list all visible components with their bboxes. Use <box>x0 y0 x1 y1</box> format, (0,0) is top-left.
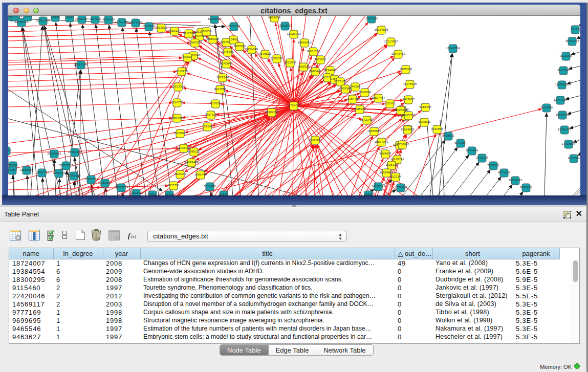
svg-text:7357224: 7357224 <box>228 24 240 28</box>
svg-text:20206536: 20206536 <box>47 151 61 155</box>
svg-text:13692971: 13692971 <box>557 127 572 131</box>
svg-text:2718176: 2718176 <box>176 69 188 73</box>
svg-text:12325419: 12325419 <box>287 32 301 35</box>
svg-text:10025438: 10025438 <box>394 108 408 112</box>
svg-text:1527602: 1527602 <box>89 17 101 20</box>
svg-text:12213967: 12213967 <box>384 39 398 43</box>
svg-text:16046738: 16046738 <box>177 146 191 149</box>
svg-text:9242848: 9242848 <box>220 61 232 65</box>
svg-text:9857791: 9857791 <box>167 183 180 187</box>
svg-text:153594: 153594 <box>202 124 213 128</box>
svg-text:10654122: 10654122 <box>508 178 522 182</box>
svg-text:9777169: 9777169 <box>334 79 346 83</box>
svg-text:17359924: 17359924 <box>68 150 82 154</box>
svg-text:16648784: 16648784 <box>446 46 460 50</box>
svg-text:8454749: 8454749 <box>246 47 258 51</box>
svg-text:30975857: 30975857 <box>59 163 73 167</box>
svg-text:9699695: 9699695 <box>418 120 430 123</box>
svg-text:2935114: 2935114 <box>476 156 488 159</box>
svg-text:19218506: 19218506 <box>278 24 292 27</box>
svg-text:11156829: 11156829 <box>20 168 34 171</box>
svg-text:7632621: 7632621 <box>487 163 499 167</box>
svg-text:3267130: 3267130 <box>205 113 217 116</box>
svg-text:15720407: 15720407 <box>360 118 374 121</box>
svg-text:13975115: 13975115 <box>403 82 417 85</box>
svg-text:25302035: 25302035 <box>265 110 279 114</box>
svg-text:16936: 16936 <box>51 16 60 18</box>
svg-text:14099489: 14099489 <box>184 160 199 164</box>
svg-text:20143: 20143 <box>24 16 33 18</box>
svg-text:1733426: 1733426 <box>395 185 407 189</box>
svg-text:15466: 15466 <box>229 37 238 41</box>
svg-text:16210643: 16210643 <box>555 113 570 116</box>
svg-text:10958107: 10958107 <box>98 181 112 184</box>
svg-text:6794028: 6794028 <box>324 68 336 72</box>
svg-text:16671355: 16671355 <box>128 20 143 24</box>
svg-text:1640955: 1640955 <box>431 127 443 130</box>
svg-text:15930: 15930 <box>8 148 11 152</box>
svg-text:2087682: 2087682 <box>365 16 378 20</box>
svg-text:19654983: 19654983 <box>170 116 184 119</box>
svg-text:17018504: 17018504 <box>561 142 576 145</box>
svg-text:14136141: 14136141 <box>371 184 385 188</box>
svg-text:7485063: 7485063 <box>400 67 412 71</box>
svg-text:10719185: 10719185 <box>115 20 129 24</box>
svg-text:10947: 10947 <box>66 16 75 19</box>
svg-text:5322037: 5322037 <box>284 60 296 64</box>
svg-text:6497568: 6497568 <box>339 86 352 90</box>
svg-text:12093822: 12093822 <box>555 82 569 86</box>
svg-text:39154: 39154 <box>8 168 17 171</box>
svg-text:19384554: 19384554 <box>308 138 322 141</box>
svg-text:3624554: 3624554 <box>359 90 371 94</box>
svg-text:18640910: 18640910 <box>297 40 312 44</box>
svg-text:12503135: 12503135 <box>67 173 81 177</box>
svg-text:20053346: 20053346 <box>74 62 88 66</box>
svg-text:8215958: 8215958 <box>540 105 553 109</box>
svg-text:5675685: 5675685 <box>222 50 234 53</box>
svg-text:17957253: 17957253 <box>84 177 98 181</box>
svg-text:2367608: 2367608 <box>233 44 246 48</box>
svg-text:12444154: 12444154 <box>553 98 568 101</box>
svg-text:12213369: 12213369 <box>171 84 185 88</box>
svg-text:8698222: 8698222 <box>188 149 200 153</box>
svg-text:8990448: 8990448 <box>309 69 321 73</box>
svg-text:16120746: 16120746 <box>390 157 404 161</box>
svg-text:1615132: 1615132 <box>385 163 398 166</box>
svg-text:10973493: 10973493 <box>391 52 405 55</box>
svg-text:12323446: 12323446 <box>129 191 143 194</box>
svg-text:6466160: 6466160 <box>102 17 115 21</box>
svg-text:18524851: 18524851 <box>379 170 394 174</box>
svg-text:18724007: 18724007 <box>287 103 301 107</box>
svg-text:8938923: 8938923 <box>442 134 454 137</box>
svg-text:746266: 746266 <box>350 84 361 88</box>
svg-text:1362615: 1362615 <box>297 64 310 68</box>
svg-text:98964: 98964 <box>183 55 192 59</box>
svg-text:8427552: 8427552 <box>214 87 226 91</box>
svg-text:15751074: 15751074 <box>565 39 579 42</box>
svg-text:20991406: 20991406 <box>36 18 50 22</box>
svg-text:9146821: 9146821 <box>259 52 271 55</box>
svg-text:1691448: 1691448 <box>194 172 207 176</box>
svg-text:10543382: 10543382 <box>188 40 202 44</box>
svg-text:62160: 62160 <box>386 101 395 105</box>
svg-text:9245612: 9245612 <box>520 185 532 189</box>
svg-text:8186328: 8186328 <box>207 37 219 40</box>
svg-text:5716485: 5716485 <box>204 184 216 188</box>
svg-text:917006: 917006 <box>210 101 221 105</box>
svg-text:9115460: 9115460 <box>419 105 431 108</box>
svg-text:10653267: 10653267 <box>75 17 89 20</box>
svg-text:10688609: 10688609 <box>367 129 381 133</box>
svg-text:10961758: 10961758 <box>306 49 320 53</box>
svg-text:2803144: 2803144 <box>216 75 229 79</box>
svg-text:7955812: 7955812 <box>314 57 326 61</box>
svg-text:7663822: 7663822 <box>155 26 167 29</box>
svg-text:1588520: 1588520 <box>271 56 283 60</box>
svg-text:16154838: 16154838 <box>374 28 388 31</box>
svg-text:16782759: 16782759 <box>114 185 128 189</box>
svg-text:10807487: 10807487 <box>371 96 385 99</box>
svg-text:(x): (x) <box>131 234 136 239</box>
svg-text:7625402: 7625402 <box>174 172 186 176</box>
svg-text:9474444: 9474444 <box>466 148 478 152</box>
svg-text:8660124: 8660124 <box>168 29 181 32</box>
svg-text:8471676: 8471676 <box>498 170 510 174</box>
